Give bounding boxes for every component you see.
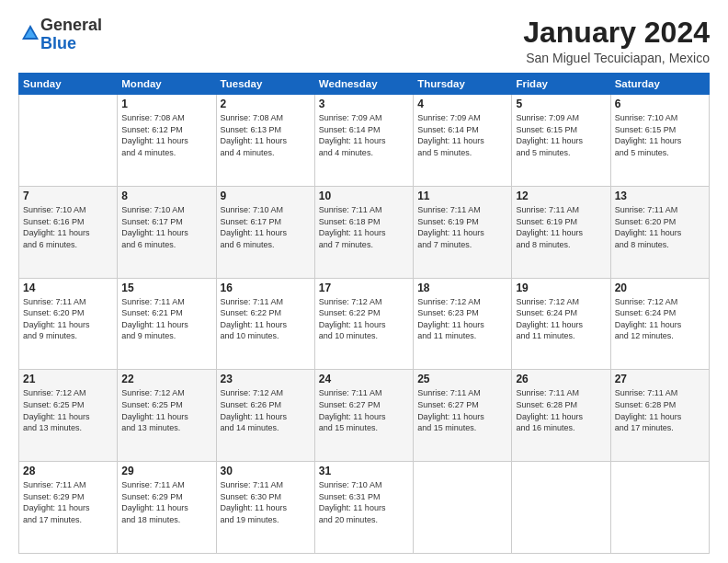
day-info: Sunrise: 7:11 AM Sunset: 6:20 PM Dayligh… bbox=[23, 296, 113, 342]
day-info: Sunrise: 7:12 AM Sunset: 6:26 PM Dayligh… bbox=[221, 387, 311, 433]
day-info: Sunrise: 7:11 AM Sunset: 6:20 PM Dayligh… bbox=[615, 204, 705, 250]
weekday-header-saturday: Saturday bbox=[610, 74, 709, 95]
day-number: 7 bbox=[23, 190, 113, 202]
day-info: Sunrise: 7:09 AM Sunset: 6:15 PM Dayligh… bbox=[516, 112, 606, 158]
day-info: Sunrise: 7:11 AM Sunset: 6:27 PM Dayligh… bbox=[417, 387, 507, 433]
day-number: 19 bbox=[516, 282, 606, 294]
calendar-cell: 7Sunrise: 7:10 AM Sunset: 6:16 PM Daylig… bbox=[19, 186, 118, 278]
calendar-cell: 8Sunrise: 7:10 AM Sunset: 6:17 PM Daylig… bbox=[118, 186, 216, 278]
calendar-cell: 15Sunrise: 7:11 AM Sunset: 6:21 PM Dayli… bbox=[118, 278, 216, 370]
month-title: January 2024 bbox=[523, 17, 710, 49]
calendar-cell bbox=[19, 95, 118, 187]
day-number: 29 bbox=[121, 465, 211, 477]
calendar-cell: 27Sunrise: 7:11 AM Sunset: 6:28 PM Dayli… bbox=[610, 370, 709, 462]
day-number: 4 bbox=[417, 98, 507, 110]
calendar-cell: 20Sunrise: 7:12 AM Sunset: 6:24 PM Dayli… bbox=[610, 278, 709, 370]
logo-general: General bbox=[40, 16, 102, 34]
calendar-cell: 6Sunrise: 7:10 AM Sunset: 6:15 PM Daylig… bbox=[610, 95, 709, 187]
calendar-week-3: 14Sunrise: 7:11 AM Sunset: 6:20 PM Dayli… bbox=[19, 278, 710, 370]
day-number: 18 bbox=[417, 282, 507, 294]
day-info: Sunrise: 7:09 AM Sunset: 6:14 PM Dayligh… bbox=[417, 112, 507, 158]
calendar-cell: 21Sunrise: 7:12 AM Sunset: 6:25 PM Dayli… bbox=[19, 370, 118, 462]
weekday-header-friday: Friday bbox=[512, 74, 610, 95]
day-number: 20 bbox=[615, 282, 705, 294]
day-info: Sunrise: 7:10 AM Sunset: 6:17 PM Dayligh… bbox=[221, 204, 311, 250]
title-block: January 2024 San Miguel Tecuiciapan, Mex… bbox=[523, 17, 710, 65]
day-info: Sunrise: 7:11 AM Sunset: 6:19 PM Dayligh… bbox=[516, 204, 606, 250]
calendar-week-4: 21Sunrise: 7:12 AM Sunset: 6:25 PM Dayli… bbox=[19, 370, 710, 462]
day-info: Sunrise: 7:09 AM Sunset: 6:14 PM Dayligh… bbox=[319, 112, 409, 158]
calendar-cell: 9Sunrise: 7:10 AM Sunset: 6:17 PM Daylig… bbox=[216, 186, 314, 278]
header: General Blue January 2024 San Miguel Tec… bbox=[18, 17, 710, 65]
calendar-cell: 10Sunrise: 7:11 AM Sunset: 6:18 PM Dayli… bbox=[314, 186, 413, 278]
weekday-header-row: SundayMondayTuesdayWednesdayThursdayFrid… bbox=[19, 74, 710, 95]
day-info: Sunrise: 7:12 AM Sunset: 6:25 PM Dayligh… bbox=[121, 387, 211, 433]
day-info: Sunrise: 7:08 AM Sunset: 6:12 PM Dayligh… bbox=[121, 112, 211, 158]
day-info: Sunrise: 7:12 AM Sunset: 6:24 PM Dayligh… bbox=[516, 296, 606, 342]
day-info: Sunrise: 7:12 AM Sunset: 6:22 PM Dayligh… bbox=[319, 296, 409, 342]
weekday-header-wednesday: Wednesday bbox=[314, 74, 413, 95]
day-number: 25 bbox=[417, 373, 507, 385]
weekday-header-thursday: Thursday bbox=[414, 74, 512, 95]
logo: General Blue bbox=[18, 17, 102, 53]
day-number: 17 bbox=[319, 282, 409, 294]
day-number: 3 bbox=[319, 98, 409, 110]
day-info: Sunrise: 7:11 AM Sunset: 6:28 PM Dayligh… bbox=[516, 387, 606, 433]
calendar-cell: 11Sunrise: 7:11 AM Sunset: 6:19 PM Dayli… bbox=[414, 186, 512, 278]
calendar-cell: 2Sunrise: 7:08 AM Sunset: 6:13 PM Daylig… bbox=[216, 95, 314, 187]
calendar-cell: 25Sunrise: 7:11 AM Sunset: 6:27 PM Dayli… bbox=[414, 370, 512, 462]
calendar-table: SundayMondayTuesdayWednesdayThursdayFrid… bbox=[18, 73, 710, 554]
calendar-cell bbox=[610, 462, 709, 554]
day-number: 30 bbox=[221, 465, 311, 477]
day-info: Sunrise: 7:10 AM Sunset: 6:15 PM Dayligh… bbox=[615, 112, 705, 158]
day-number: 13 bbox=[615, 190, 705, 202]
calendar-week-1: 1Sunrise: 7:08 AM Sunset: 6:12 PM Daylig… bbox=[19, 95, 710, 187]
day-info: Sunrise: 7:10 AM Sunset: 6:31 PM Dayligh… bbox=[319, 479, 409, 525]
day-number: 28 bbox=[23, 465, 113, 477]
calendar-cell: 16Sunrise: 7:11 AM Sunset: 6:22 PM Dayli… bbox=[216, 278, 314, 370]
day-number: 21 bbox=[23, 373, 113, 385]
day-info: Sunrise: 7:12 AM Sunset: 6:24 PM Dayligh… bbox=[615, 296, 705, 342]
day-info: Sunrise: 7:08 AM Sunset: 6:13 PM Dayligh… bbox=[221, 112, 311, 158]
calendar-cell: 24Sunrise: 7:11 AM Sunset: 6:27 PM Dayli… bbox=[314, 370, 413, 462]
calendar-cell: 17Sunrise: 7:12 AM Sunset: 6:22 PM Dayli… bbox=[314, 278, 413, 370]
calendar-cell: 14Sunrise: 7:11 AM Sunset: 6:20 PM Dayli… bbox=[19, 278, 118, 370]
day-number: 23 bbox=[221, 373, 311, 385]
weekday-header-tuesday: Tuesday bbox=[216, 74, 314, 95]
day-number: 5 bbox=[516, 98, 606, 110]
day-number: 16 bbox=[221, 282, 311, 294]
day-info: Sunrise: 7:11 AM Sunset: 6:28 PM Dayligh… bbox=[615, 387, 705, 433]
day-info: Sunrise: 7:12 AM Sunset: 6:23 PM Dayligh… bbox=[417, 296, 507, 342]
day-number: 12 bbox=[516, 190, 606, 202]
day-number: 11 bbox=[417, 190, 507, 202]
day-number: 31 bbox=[319, 465, 409, 477]
day-number: 27 bbox=[615, 373, 705, 385]
location-title: San Miguel Tecuiciapan, Mexico bbox=[523, 51, 710, 65]
calendar-cell: 13Sunrise: 7:11 AM Sunset: 6:20 PM Dayli… bbox=[610, 186, 709, 278]
day-info: Sunrise: 7:11 AM Sunset: 6:19 PM Dayligh… bbox=[417, 204, 507, 250]
day-info: Sunrise: 7:11 AM Sunset: 6:27 PM Dayligh… bbox=[319, 387, 409, 433]
calendar-cell: 23Sunrise: 7:12 AM Sunset: 6:26 PM Dayli… bbox=[216, 370, 314, 462]
calendar-cell: 4Sunrise: 7:09 AM Sunset: 6:14 PM Daylig… bbox=[414, 95, 512, 187]
calendar-cell: 31Sunrise: 7:10 AM Sunset: 6:31 PM Dayli… bbox=[314, 462, 413, 554]
day-number: 26 bbox=[516, 373, 606, 385]
weekday-header-sunday: Sunday bbox=[19, 74, 118, 95]
day-info: Sunrise: 7:11 AM Sunset: 6:30 PM Dayligh… bbox=[221, 479, 311, 525]
day-number: 6 bbox=[615, 98, 705, 110]
day-info: Sunrise: 7:11 AM Sunset: 6:22 PM Dayligh… bbox=[221, 296, 311, 342]
day-number: 22 bbox=[121, 373, 211, 385]
page: General Blue January 2024 San Miguel Tec… bbox=[0, 0, 728, 563]
logo-blue: Blue bbox=[40, 34, 76, 52]
calendar-cell bbox=[414, 462, 512, 554]
calendar-cell: 1Sunrise: 7:08 AM Sunset: 6:12 PM Daylig… bbox=[118, 95, 216, 187]
calendar-cell: 26Sunrise: 7:11 AM Sunset: 6:28 PM Dayli… bbox=[512, 370, 610, 462]
day-info: Sunrise: 7:10 AM Sunset: 6:16 PM Dayligh… bbox=[23, 204, 113, 250]
day-info: Sunrise: 7:10 AM Sunset: 6:17 PM Dayligh… bbox=[121, 204, 211, 250]
day-info: Sunrise: 7:12 AM Sunset: 6:25 PM Dayligh… bbox=[23, 387, 113, 433]
weekday-header-monday: Monday bbox=[118, 74, 216, 95]
calendar-week-5: 28Sunrise: 7:11 AM Sunset: 6:29 PM Dayli… bbox=[19, 462, 710, 554]
calendar-cell: 22Sunrise: 7:12 AM Sunset: 6:25 PM Dayli… bbox=[118, 370, 216, 462]
day-number: 9 bbox=[221, 190, 311, 202]
day-number: 24 bbox=[319, 373, 409, 385]
day-number: 2 bbox=[221, 98, 311, 110]
